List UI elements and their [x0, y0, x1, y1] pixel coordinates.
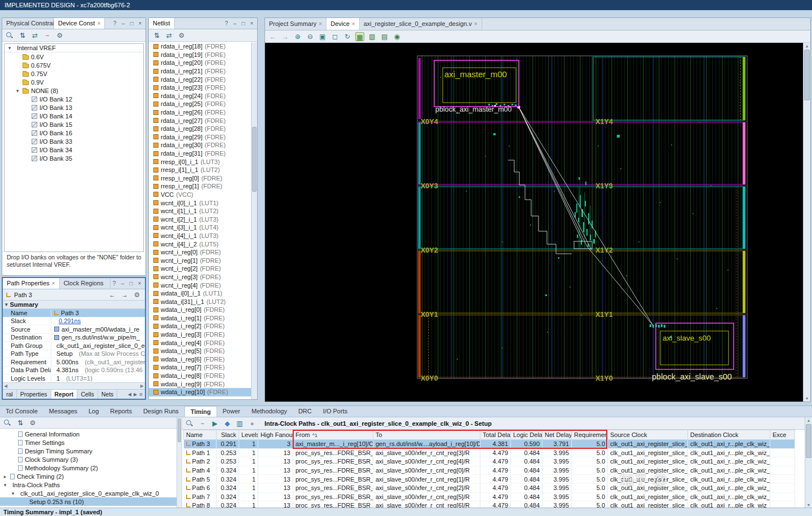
forward-icon[interactable] [281, 32, 290, 41]
footer-tab[interactable]: Properties [17, 390, 51, 399]
sync-icon[interactable] [165, 31, 174, 40]
play-icon[interactable] [210, 419, 219, 428]
netlist-item[interactable]: rdata_i_reg[27](FDRE) [149, 116, 257, 125]
fwd2-icon[interactable] [120, 290, 129, 299]
panel-tab[interactable]: Clock Regions [60, 278, 111, 289]
col-net-delay[interactable]: Net Delay [542, 430, 572, 440]
property-row[interactable]: Destinationgen_rs.dut/inst/w.w_pipe/m_ [3, 334, 145, 342]
netlist-item[interactable]: wcnt_i[1]_i_1(LUT2) [149, 207, 257, 215]
netlist-item[interactable]: wcnt_i[2]_i_1(LUT3) [149, 215, 257, 223]
slack-link[interactable]: 0.291ns [59, 317, 81, 324]
search-icon[interactable] [3, 419, 12, 426]
tree-item[interactable]: I/O Bank 15 [5, 120, 143, 129]
help-icon[interactable] [111, 279, 118, 288]
sort-icon[interactable] [18, 31, 27, 40]
netlist-item[interactable]: wcnt_i[3]_i_1(LUT4) [149, 223, 257, 232]
report-tree-item[interactable]: ▸Check Timing (2) [0, 472, 176, 480]
panel-tab[interactable]: Physical Constrai [2, 18, 54, 29]
footer-tab[interactable]: Nets [98, 390, 118, 399]
scroll-left-icon[interactable]: ◀ [128, 392, 131, 397]
netlist-item[interactable]: wdata_i_reg[6](FDRE) [149, 355, 257, 364]
netlist-item[interactable]: wdata_i_reg[5](FDRE) [149, 347, 257, 355]
close-icon[interactable]: × [97, 18, 100, 29]
results-tab[interactable]: Tcl Console [0, 406, 43, 417]
netlist-item[interactable]: rresp_i_reg[0](FDRE) [149, 174, 257, 183]
timing-path-row[interactable]: Path 3 0.291 1 3 axi_master_m..._i_reg[1… [184, 440, 795, 449]
netlist-item[interactable]: wdata_i_reg[1](FDRE) [149, 314, 257, 323]
report-tree-item[interactable]: Clock Summary (3) [0, 455, 176, 464]
panel-tab[interactable]: Device Const× [54, 18, 105, 29]
camera-icon[interactable] [392, 32, 401, 41]
dot-icon[interactable] [248, 419, 257, 428]
diamond-icon[interactable] [223, 419, 232, 428]
netlist-item[interactable]: wdata_i[0]_i_1(LUT1) [149, 289, 257, 298]
collapse-icon[interactable] [152, 31, 161, 40]
gear-icon[interactable] [177, 31, 186, 40]
netlist-item[interactable]: rdata_i_reg[23](FDRE) [149, 83, 257, 92]
netlist-item[interactable]: rdata_i_reg[24](FDRE) [149, 92, 257, 100]
netlist-item[interactable]: rdata_i_reg[26](FDRE) [149, 108, 257, 117]
netlist-item[interactable]: wdata_i_reg[7](FDRE) [149, 363, 257, 372]
netlist-item[interactable]: wcnt_i_reg[1](FDRE) [149, 256, 257, 264]
device-scrollbar[interactable]: ▲ ▼ [803, 43, 810, 402]
netlist-item[interactable]: wdata_i_reg[4](FDRE) [149, 338, 257, 347]
report-tree-item[interactable]: Methodology Summary (2) [0, 464, 176, 472]
report-tree-item[interactable]: ▾clk_out1_axi_register_slice_0_example_c… [0, 489, 176, 497]
search-icon[interactable] [186, 420, 195, 427]
tree-item[interactable]: 0.675V [5, 61, 143, 69]
back2-icon[interactable] [108, 290, 117, 299]
min-icon[interactable] [231, 19, 239, 28]
results-tab[interactable]: DRC [293, 406, 317, 417]
scroll-right-icon[interactable]: ▶ [134, 392, 137, 397]
max-icon[interactable] [240, 19, 247, 28]
footer-tab[interactable]: Cells [77, 390, 98, 399]
netlist-item[interactable]: wdata_i_reg[9](FDRE) [149, 380, 257, 388]
table-scrollbar[interactable]: ▲ ▼ [805, 417, 812, 508]
zoom-out-icon[interactable] [306, 32, 315, 41]
max-icon[interactable] [128, 19, 135, 28]
min-icon[interactable] [119, 279, 126, 288]
pblock-icon[interactable] [368, 32, 377, 41]
col-exception[interactable]: Exce [770, 430, 795, 440]
timing-path-row[interactable]: Path 4 0.324 1 13 proc_sys_res...FDRE_BS… [184, 466, 795, 475]
search-icon[interactable] [6, 32, 15, 39]
collapse-icon[interactable]: ▾ [5, 302, 8, 307]
close-icon[interactable] [136, 19, 144, 28]
col-slack[interactable]: Slack [217, 430, 239, 440]
results-tab[interactable]: Log [83, 406, 104, 417]
horizontal-scrollbar[interactable]: ◀▶ [3, 382, 145, 389]
col-from[interactable]: From^1 [293, 430, 373, 440]
netlist-item[interactable]: rdata_i_reg[21](FDRE) [149, 67, 257, 76]
netlist-item[interactable]: rdata_i_reg[19](FDRE) [149, 51, 257, 59]
tree-item[interactable]: I/O Bank 14 [5, 112, 143, 120]
netlist-item[interactable]: rdata_i_reg[25](FDRE) [149, 100, 257, 108]
summary-section-header[interactable]: ▾ Summary [3, 301, 145, 309]
results-tab[interactable]: Methodology [246, 406, 293, 417]
report-tree-item[interactable]: Setup 0.253 ns (10) [0, 497, 176, 506]
close-icon[interactable]: × [474, 18, 478, 30]
tree-item[interactable]: I/O Bank 16 [5, 129, 143, 137]
col-fanout[interactable]: High Fanout [258, 430, 293, 440]
panel-tab[interactable]: Netlist [149, 18, 175, 29]
report-tree-item[interactable]: General Information [0, 430, 176, 438]
col-levels[interactable]: Levels [239, 430, 258, 440]
results-tab[interactable]: Timing [184, 406, 217, 417]
device-view[interactable]: axi_master_m00 pblock_axi_master_m00 axi… [265, 43, 810, 402]
footer-tab[interactable]: ral [3, 390, 17, 399]
col-dest-clock[interactable]: Destination Clock [688, 430, 770, 440]
tree-item[interactable]: ▾Internal VREF [5, 44, 143, 52]
netlist-item[interactable]: rdata_i_reg[20](FDRE) [149, 59, 257, 67]
property-row[interactable]: Sourceaxi_master_m00/wdata_i_re [3, 325, 145, 334]
netlist-item[interactable]: rdata_i_reg[28](FDRE) [149, 125, 257, 133]
col-requirement[interactable]: Requirement [572, 430, 608, 440]
netlist-item[interactable]: rdata_i_reg[18](FDRE) [149, 42, 257, 51]
tree-item[interactable]: 0.75V [5, 69, 143, 78]
netlist-item[interactable]: wdata_i_reg[3](FDRE) [149, 330, 257, 339]
tree-item[interactable]: I/O Bank 13 [5, 103, 143, 112]
col-to[interactable]: To [373, 430, 480, 440]
timing-path-row[interactable]: Path 8 0.324 1 13 proc_sys_res...FDRE_BS… [184, 501, 795, 508]
editor-tab[interactable]: Device× [326, 18, 359, 30]
swap-icon[interactable] [30, 31, 39, 40]
bars-icon[interactable] [235, 419, 244, 428]
timing-path-row[interactable]: Path 1 0.253 1 13 proc_sys_res...FDRE_BS… [184, 448, 795, 457]
